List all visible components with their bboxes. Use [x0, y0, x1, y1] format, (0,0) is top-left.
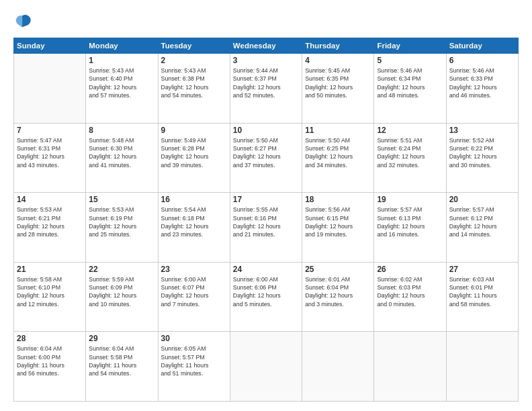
calendar-cell: 18Sunrise: 5:56 AM Sunset: 6:15 PM Dayli… [302, 193, 374, 263]
day-number: 15 [89, 195, 154, 204]
calendar-cell: 10Sunrise: 5:50 AM Sunset: 6:27 PM Dayli… [230, 123, 302, 193]
day-info: Sunrise: 5:57 AM Sunset: 6:12 PM Dayligh… [449, 205, 515, 238]
calendar-table: SundayMondayTuesdayWednesdayThursdayFrid… [13, 38, 519, 402]
calendar-cell: 15Sunrise: 5:53 AM Sunset: 6:19 PM Dayli… [86, 193, 158, 263]
calendar-cell: 19Sunrise: 5:57 AM Sunset: 6:13 PM Dayli… [374, 193, 446, 263]
day-number: 23 [161, 265, 227, 274]
calendar-header-wednesday: Wednesday [230, 38, 302, 54]
calendar-cell: 16Sunrise: 5:54 AM Sunset: 6:18 PM Dayli… [158, 193, 230, 263]
calendar-cell: 26Sunrise: 6:02 AM Sunset: 6:03 PM Dayli… [374, 262, 446, 332]
page: SundayMondayTuesdayWednesdayThursdayFrid… [0, 0, 532, 411]
day-number: 26 [377, 265, 443, 274]
calendar-cell: 11Sunrise: 5:50 AM Sunset: 6:25 PM Dayli… [302, 123, 374, 193]
day-number: 9 [161, 126, 227, 135]
day-info: Sunrise: 6:04 AM Sunset: 5:58 PM Dayligh… [89, 345, 154, 377]
calendar-header-thursday: Thursday [302, 38, 374, 54]
day-info: Sunrise: 5:50 AM Sunset: 6:27 PM Dayligh… [233, 136, 299, 169]
calendar-week-row: 14Sunrise: 5:53 AM Sunset: 6:21 PM Dayli… [14, 193, 519, 263]
day-info: Sunrise: 6:03 AM Sunset: 6:01 PM Dayligh… [449, 275, 515, 308]
day-number: 4 [305, 56, 371, 65]
day-info: Sunrise: 5:50 AM Sunset: 6:25 PM Dayligh… [305, 136, 371, 169]
day-info: Sunrise: 5:43 AM Sunset: 6:40 PM Dayligh… [89, 66, 154, 99]
day-info: Sunrise: 6:00 AM Sunset: 6:06 PM Dayligh… [233, 275, 299, 308]
calendar-week-row: 1Sunrise: 5:43 AM Sunset: 6:40 PM Daylig… [14, 54, 519, 124]
logo-icon [13, 12, 32, 31]
calendar-cell [446, 332, 518, 402]
day-info: Sunrise: 5:53 AM Sunset: 6:21 PM Dayligh… [17, 205, 83, 238]
day-number: 3 [233, 56, 299, 65]
day-info: Sunrise: 6:01 AM Sunset: 6:04 PM Dayligh… [305, 275, 371, 308]
day-number: 28 [17, 334, 83, 343]
day-info: Sunrise: 5:51 AM Sunset: 6:24 PM Dayligh… [377, 136, 443, 169]
calendar-cell: 21Sunrise: 5:58 AM Sunset: 6:10 PM Dayli… [14, 262, 86, 332]
calendar-cell: 28Sunrise: 6:04 AM Sunset: 6:00 PM Dayli… [14, 332, 86, 402]
calendar-cell: 20Sunrise: 5:57 AM Sunset: 6:12 PM Dayli… [446, 193, 518, 263]
day-number: 13 [449, 126, 515, 135]
day-info: Sunrise: 5:46 AM Sunset: 6:34 PM Dayligh… [377, 66, 443, 99]
day-number: 14 [17, 195, 83, 204]
calendar-cell: 3Sunrise: 5:44 AM Sunset: 6:37 PM Daylig… [230, 54, 302, 124]
day-info: Sunrise: 5:56 AM Sunset: 6:15 PM Dayligh… [305, 205, 371, 238]
day-number: 6 [449, 56, 515, 65]
calendar-cell: 8Sunrise: 5:48 AM Sunset: 6:30 PM Daylig… [86, 123, 158, 193]
day-info: Sunrise: 6:05 AM Sunset: 5:57 PM Dayligh… [161, 345, 227, 377]
day-info: Sunrise: 6:02 AM Sunset: 6:03 PM Dayligh… [377, 275, 443, 308]
day-number: 22 [89, 265, 154, 274]
calendar-header-friday: Friday [374, 38, 446, 54]
day-info: Sunrise: 5:59 AM Sunset: 6:09 PM Dayligh… [89, 275, 154, 308]
calendar-week-row: 7Sunrise: 5:47 AM Sunset: 6:31 PM Daylig… [14, 123, 519, 193]
calendar-week-row: 21Sunrise: 5:58 AM Sunset: 6:10 PM Dayli… [14, 262, 519, 332]
calendar-cell: 25Sunrise: 6:01 AM Sunset: 6:04 PM Dayli… [302, 262, 374, 332]
day-info: Sunrise: 5:44 AM Sunset: 6:37 PM Dayligh… [233, 66, 299, 99]
day-number: 2 [161, 56, 227, 65]
calendar-header-sunday: Sunday [14, 38, 86, 54]
day-number: 5 [377, 56, 443, 65]
day-info: Sunrise: 5:52 AM Sunset: 6:22 PM Dayligh… [449, 136, 515, 169]
day-number: 29 [89, 334, 154, 343]
calendar-header-saturday: Saturday [446, 38, 518, 54]
day-number: 24 [233, 265, 299, 274]
day-info: Sunrise: 5:49 AM Sunset: 6:28 PM Dayligh… [161, 136, 227, 169]
day-info: Sunrise: 5:58 AM Sunset: 6:10 PM Dayligh… [17, 275, 83, 308]
day-info: Sunrise: 5:54 AM Sunset: 6:18 PM Dayligh… [161, 205, 227, 238]
calendar-cell: 23Sunrise: 6:00 AM Sunset: 6:07 PM Dayli… [158, 262, 230, 332]
day-info: Sunrise: 5:46 AM Sunset: 6:33 PM Dayligh… [449, 66, 515, 99]
calendar-cell: 9Sunrise: 5:49 AM Sunset: 6:28 PM Daylig… [158, 123, 230, 193]
calendar-cell: 27Sunrise: 6:03 AM Sunset: 6:01 PM Dayli… [446, 262, 518, 332]
calendar-cell [374, 332, 446, 402]
day-info: Sunrise: 5:48 AM Sunset: 6:30 PM Dayligh… [89, 136, 154, 169]
day-number: 25 [305, 265, 371, 274]
calendar-header-tuesday: Tuesday [158, 38, 230, 54]
day-number: 17 [233, 195, 299, 204]
calendar-cell: 1Sunrise: 5:43 AM Sunset: 6:40 PM Daylig… [86, 54, 158, 124]
calendar-cell: 5Sunrise: 5:46 AM Sunset: 6:34 PM Daylig… [374, 54, 446, 124]
calendar-cell: 2Sunrise: 5:43 AM Sunset: 6:38 PM Daylig… [158, 54, 230, 124]
day-number: 16 [161, 195, 227, 204]
day-number: 27 [449, 265, 515, 274]
day-number: 30 [161, 334, 227, 343]
calendar-cell: 24Sunrise: 6:00 AM Sunset: 6:06 PM Dayli… [230, 262, 302, 332]
day-number: 12 [377, 126, 443, 135]
day-number: 11 [305, 126, 371, 135]
calendar-cell: 7Sunrise: 5:47 AM Sunset: 6:31 PM Daylig… [14, 123, 86, 193]
calendar-header-monday: Monday [86, 38, 158, 54]
day-number: 21 [17, 265, 83, 274]
day-number: 1 [89, 56, 154, 65]
day-number: 7 [17, 126, 83, 135]
calendar-cell: 29Sunrise: 6:04 AM Sunset: 5:58 PM Dayli… [86, 332, 158, 402]
calendar-cell: 22Sunrise: 5:59 AM Sunset: 6:09 PM Dayli… [86, 262, 158, 332]
day-info: Sunrise: 5:47 AM Sunset: 6:31 PM Dayligh… [17, 136, 83, 169]
day-number: 10 [233, 126, 299, 135]
header [13, 12, 519, 31]
calendar-cell [302, 332, 374, 402]
calendar-cell: 17Sunrise: 5:55 AM Sunset: 6:16 PM Dayli… [230, 193, 302, 263]
day-number: 20 [449, 195, 515, 204]
calendar-cell [14, 54, 86, 124]
day-number: 19 [377, 195, 443, 204]
day-info: Sunrise: 5:43 AM Sunset: 6:38 PM Dayligh… [161, 66, 227, 99]
calendar-cell: 14Sunrise: 5:53 AM Sunset: 6:21 PM Dayli… [14, 193, 86, 263]
calendar-week-row: 28Sunrise: 6:04 AM Sunset: 6:00 PM Dayli… [14, 332, 519, 402]
day-info: Sunrise: 5:55 AM Sunset: 6:16 PM Dayligh… [233, 205, 299, 238]
day-number: 8 [89, 126, 154, 135]
calendar-cell: 13Sunrise: 5:52 AM Sunset: 6:22 PM Dayli… [446, 123, 518, 193]
